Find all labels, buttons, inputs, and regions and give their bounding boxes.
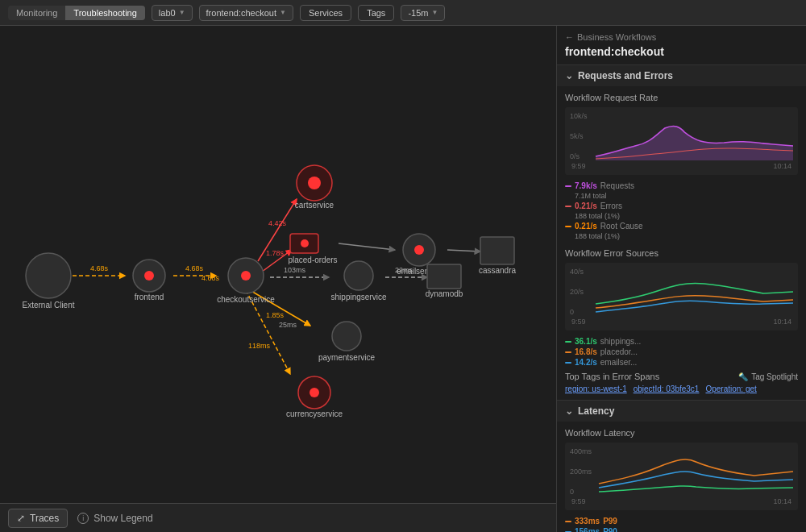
- expand-icon: ⤢: [17, 513, 25, 524]
- tag-operation[interactable]: Operation: get: [705, 384, 756, 393]
- workflow-latency-title: Workflow Latency: [565, 428, 798, 438]
- edge-placed-email: [339, 243, 395, 250]
- node-error-dot-checkout: [241, 271, 251, 281]
- top-bar: Monitoring Troubleshooting lab0 ▼ fronte…: [0, 0, 806, 26]
- panel-header: ← Business Workflows frontend:checkout: [557, 26, 806, 65]
- graph-panel: 4.68s 4.68s 4.68s 4.42s 1.78s 103ms: [0, 26, 556, 532]
- back-link[interactable]: ← Business Workflows: [565, 32, 798, 42]
- chevron-down-icon: ⌄: [565, 405, 573, 417]
- graph-canvas: 4.68s 4.68s 4.68s 4.42s 1.78s 103ms: [0, 26, 556, 532]
- requests-errors-content: Workflow Request Rate 10k/s 5k/s 0/s: [557, 86, 806, 400]
- error-sources-x-labels: 9:59 10:14: [570, 318, 793, 326]
- edge-label: 103ms: [284, 266, 306, 274]
- main-layout: 4.68s 4.68s 4.68s 4.42s 1.78s 103ms: [0, 26, 806, 532]
- edge-email-cassandra: [447, 250, 480, 251]
- workflow-latency-svg: [599, 447, 793, 496]
- node-cassandra[interactable]: [480, 237, 514, 264]
- node-dynamo[interactable]: [427, 264, 461, 289]
- node-error-dot-placed: [301, 239, 309, 247]
- spotlight-icon: 🔦: [738, 372, 748, 381]
- troubleshooting-btn[interactable]: Troubleshooting: [65, 6, 144, 20]
- chevron-down-icon: ▼: [280, 9, 286, 16]
- edge-label: 1.85s: [266, 311, 285, 319]
- node-error-dot-frontend: [144, 271, 154, 281]
- node-label-cassandra: cassandra: [479, 266, 517, 275]
- service-dropdown[interactable]: frontend:checkout ▼: [199, 5, 293, 21]
- request-rate-svg: [596, 112, 793, 160]
- right-panel: ← Business Workflows frontend:checkout ⌄…: [556, 26, 806, 532]
- node-error-dot-cart: [308, 177, 321, 189]
- latency-content: Workflow Latency 400ms 200ms 0: [557, 422, 806, 532]
- edge-label-2: 25ms: [279, 321, 297, 329]
- error-sources-title: Workflow Error Sources: [565, 248, 798, 258]
- node-error-dot-currency: [310, 388, 319, 397]
- panel-title: frontend:checkout: [565, 45, 798, 58]
- request-rate-x-labels: 9:59 10:14: [570, 162, 793, 170]
- workflow-latency-chart: 400ms 200ms 0 9:59 10:14: [565, 443, 798, 510]
- edge-label: 118ms: [248, 342, 271, 350]
- edge-label: 4.68s: [90, 264, 109, 272]
- workflow-latency-x-labels: 9:59 10:14: [570, 497, 793, 505]
- back-arrow-icon: ←: [565, 32, 574, 42]
- info-icon: i: [77, 513, 89, 524]
- tag-spotlight-btn-errors[interactable]: 🔦 Tag Spotlight: [738, 372, 798, 381]
- monitoring-btn[interactable]: Monitoring: [8, 6, 65, 20]
- tags-btn[interactable]: Tags: [358, 5, 394, 21]
- error-sources-chart: 40/s 20/s 0 9:59 10:14: [565, 263, 798, 330]
- traces-button[interactable]: ⤢ Traces: [8, 509, 68, 528]
- node-label-shipping: shippingservice: [331, 293, 387, 301]
- chevron-down-icon: ▼: [431, 9, 438, 16]
- node-shipping[interactable]: [344, 261, 373, 290]
- section-header-latency[interactable]: ⌄ Latency: [557, 401, 806, 422]
- section-header-requests[interactable]: ⌄ Requests and Errors: [557, 65, 806, 86]
- node-label-external: External Client: [22, 301, 74, 310]
- request-rate-chart: 10k/s 5k/s 0/s 9:59: [565, 107, 798, 175]
- tag-region[interactable]: region: us-west-1: [565, 384, 627, 393]
- show-legend-button[interactable]: i Show Legend: [77, 513, 152, 524]
- chevron-down-icon: ⌄: [565, 70, 573, 81]
- node-label-checkout: checkoutservice: [217, 295, 275, 304]
- lab-dropdown[interactable]: lab0 ▼: [152, 5, 193, 21]
- error-sources-svg: [596, 268, 793, 316]
- time-dropdown[interactable]: -15m ▼: [401, 5, 445, 21]
- error-sources-legend: 36.1/s shippings... 16.8/s placedor... 1…: [565, 337, 798, 367]
- node-label-payment: paymentservice: [318, 353, 375, 362]
- edge-label-2: 4.68s: [202, 274, 220, 282]
- request-rate-legend: 7.9k/s Requests 7.1M total 0.21/s Errors…: [565, 181, 798, 240]
- node-label-cart: cartservice: [295, 201, 334, 210]
- node-label-dynamo: dynamodb: [426, 289, 463, 298]
- node-label-currency: currencyservice: [286, 409, 343, 418]
- services-btn[interactable]: Services: [300, 5, 351, 21]
- workflow-latency-legend: 333ms P99 156ms P90 33ms P50: [565, 517, 798, 532]
- edge-label: 4.42s: [268, 219, 287, 227]
- error-tags-section: Top Tags in Error Spans 🔦 Tag Spotlight …: [565, 372, 798, 393]
- tag-object-id[interactable]: objectId: 03bfe3c1: [634, 384, 700, 393]
- error-tag-links: region: us-west-1 objectId: 03bfe3c1 Ope…: [565, 384, 798, 393]
- edge-label: 4.68s: [185, 264, 204, 272]
- node-label-frontend: frontend: [135, 293, 164, 301]
- mode-toggle: Monitoring Troubleshooting: [8, 6, 145, 20]
- node-label-placed: placed-orders: [288, 256, 337, 264]
- service-map-svg: 4.68s 4.68s 4.68s 4.42s 1.78s 103ms: [0, 26, 548, 501]
- node-external[interactable]: [26, 253, 71, 298]
- latency-section: ⌄ Latency Workflow Latency 400ms 200ms 0: [557, 401, 806, 532]
- chevron-down-icon: ▼: [179, 9, 185, 16]
- node-payment[interactable]: [332, 322, 361, 351]
- node-error-dot-email: [414, 245, 424, 255]
- bottom-bar: ⤢ Traces i Show Legend: [0, 503, 556, 532]
- request-rate-title: Workflow Request Rate: [565, 93, 798, 102]
- edge-label: 1.78s: [266, 249, 285, 257]
- requests-errors-section: ⌄ Requests and Errors Workflow Request R…: [557, 65, 806, 401]
